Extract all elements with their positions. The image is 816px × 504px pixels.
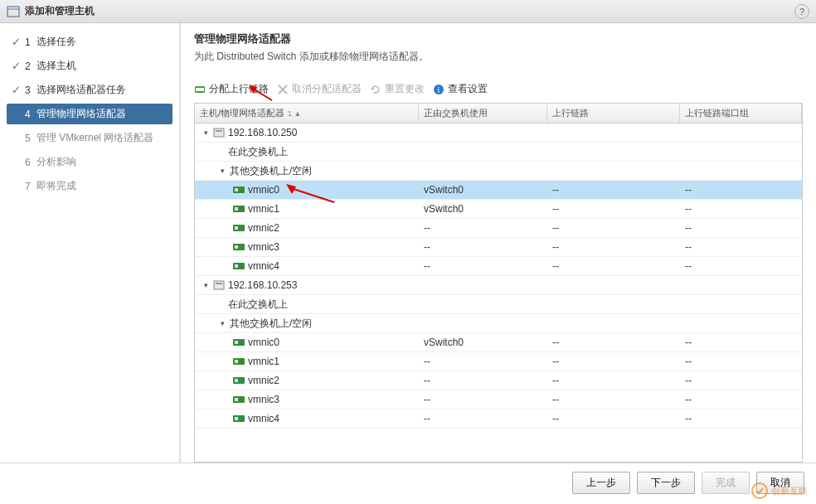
nic-row[interactable]: vmnic4 ------ [195,410,802,429]
nic-icon [233,261,245,271]
help-button[interactable]: ? [794,4,809,19]
nic-icon [233,414,245,424]
group-row[interactable]: ▾其他交换机上/空闲 [195,314,802,333]
svg-rect-19 [235,264,238,268]
col-used-by[interactable]: 正由交换机使用 [419,104,547,123]
group-row[interactable]: 在此交换机上 [195,143,802,162]
nic-row[interactable]: vmnic2 ------ [195,371,802,390]
host-icon [213,128,225,138]
nic-icon [233,204,245,214]
svg-rect-13 [235,207,238,211]
collapse-icon[interactable]: ▾ [202,281,210,289]
unassign-button: 取消分配适配器 [277,82,362,96]
nic-row[interactable]: vmnic1 vSwitch0---- [195,200,802,219]
assign-icon [194,84,206,95]
step-5[interactable]: 5管理 VMkernel 网络适配器 [0,126,179,150]
step-2[interactable]: ✓2选择主机 [0,54,179,78]
step-4[interactable]: 4管理物理网络适配器 [7,104,172,124]
svg-rect-0 [7,7,19,17]
col-uplink[interactable]: 上行链路 [547,104,680,123]
step-1[interactable]: ✓1选择任务 [0,30,179,54]
step-7[interactable]: 7即将完成 [0,174,179,198]
nic-row[interactable]: vmnic1 ------ [195,352,802,371]
svg-rect-27 [235,379,238,382]
collapse-icon[interactable]: ▾ [218,167,226,175]
svg-rect-20 [214,281,224,289]
unassign-icon [277,84,289,95]
svg-text:i: i [438,85,440,94]
nic-icon [233,376,245,385]
col-host-adapter[interactable]: 主机/物理网络适配器1 ▲ [195,104,419,123]
col-uplink-group[interactable]: 上行链路端口组 [680,104,802,123]
nic-row-selected[interactable]: vmnic0 vSwitch0---- [195,181,802,200]
nic-icon [233,242,245,252]
footer: 上一步 下一步 完成 取消 [0,463,816,502]
svg-rect-3 [196,88,204,91]
nic-row[interactable]: vmnic3 ------ [195,238,802,257]
check-icon: ✓ [12,60,25,72]
reset-icon [370,84,381,95]
finish-button: 完成 [702,472,750,494]
window-icon [7,5,20,18]
host-row[interactable]: ▾ 192.168.10.250 [195,124,802,143]
check-icon: ✓ [12,36,25,48]
nic-icon [233,223,245,233]
table-header: 主机/物理网络适配器1 ▲ 正由交换机使用 上行链路 上行链路端口组 [195,104,802,124]
titlebar: 添加和管理主机 ? [0,0,816,23]
sort-indicator: 1 ▲ [288,109,301,118]
collapse-icon[interactable]: ▾ [202,128,210,137]
svg-rect-29 [235,398,238,401]
svg-rect-31 [235,417,238,420]
svg-rect-15 [235,226,238,230]
view-settings-button[interactable]: i 查看设置 [433,82,488,96]
nic-row[interactable]: vmnic0 vSwitch0---- [195,333,802,352]
table-body[interactable]: ▾ 192.168.10.250 在此交换机上 ▾其他交换机上/空闲 vmnic… [195,124,802,462]
nic-icon [233,356,245,366]
svg-rect-23 [235,341,238,344]
nic-row[interactable]: vmnic4 ------ [195,257,802,276]
svg-rect-21 [216,283,222,284]
wizard-steps: ✓1选择任务 ✓2选择主机 ✓3选择网络适配器任务 4管理物理网络适配器 5管理… [0,23,181,463]
next-button[interactable]: 下一步 [637,472,695,494]
info-icon: i [433,84,444,95]
page-title: 管理物理网络适配器 [194,32,803,46]
check-icon: ✓ [12,84,25,96]
svg-point-36 [752,483,767,498]
window-title: 添加和管理主机 [25,4,794,18]
svg-rect-11 [235,188,238,191]
toolbar: 分配上行链路 取消分配适配器 重置更改 i 查看设置 [194,80,803,98]
svg-rect-17 [235,245,238,249]
nic-icon [233,185,245,195]
nic-row[interactable]: vmnic2 ------ [195,219,802,238]
svg-rect-8 [214,128,224,137]
reset-button: 重置更改 [370,82,425,96]
watermark-icon [751,482,768,499]
svg-rect-9 [216,130,222,132]
group-row[interactable]: 在此交换机上 [195,295,802,314]
step-3[interactable]: ✓3选择网络适配器任务 [0,78,179,102]
step-6[interactable]: 6分析影响 [0,150,179,174]
page-subtitle: 为此 Distributed Switch 添加或移除物理网络适配器。 [194,50,803,64]
host-row[interactable]: ▾ 192.168.10.253 [195,276,802,295]
assign-uplink-button[interactable]: 分配上行链路 [194,82,269,96]
svg-rect-25 [235,360,238,363]
group-row[interactable]: ▾其他交换机上/空闲 [195,162,802,181]
collapse-icon[interactable]: ▾ [218,319,226,327]
main-area: ✓1选择任务 ✓2选择主机 ✓3选择网络适配器任务 4管理物理网络适配器 5管理… [0,23,816,463]
nic-icon [233,395,245,405]
adapter-table: 主机/物理网络适配器1 ▲ 正由交换机使用 上行链路 上行链路端口组 ▾ 192… [194,103,803,463]
nic-row[interactable]: vmnic3 ------ [195,390,802,410]
host-icon [213,280,225,290]
watermark: 创新互联 [751,482,808,499]
nic-icon [233,337,245,347]
back-button[interactable]: 上一步 [572,472,630,494]
content-panel: 管理物理网络适配器 为此 Distributed Switch 添加或移除物理网… [181,23,816,463]
